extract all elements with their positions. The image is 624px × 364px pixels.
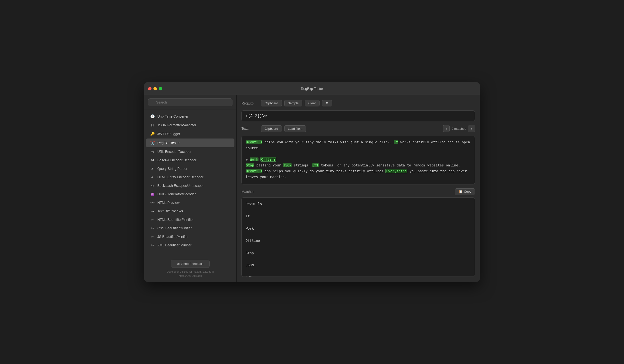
search-input[interactable] xyxy=(148,98,233,106)
matches-label: Matches: xyxy=(241,190,255,194)
sample-label: Sample xyxy=(288,101,299,105)
match-it: It xyxy=(394,140,398,144)
match-item: It xyxy=(246,213,471,219)
text-clipboard-label: Clipboard xyxy=(264,127,278,130)
sidebar-item-base64[interactable]: 64 Base64 Encoder/Decoder xyxy=(146,156,234,164)
sidebar-item-label: HTML Entity Encoder/Decoder xyxy=(157,175,203,179)
sidebar-item-label: HTML Preview xyxy=(157,201,180,205)
text-label: Text: xyxy=(241,127,259,130)
sidebar-item-label: Text Diff Checker xyxy=(157,209,183,213)
version-text: Developer Utilities for macOS 1.5.0 (34) xyxy=(167,270,214,274)
sidebar-item-xml-beautifier[interactable]: ✂ XML Beautifier/Minifier xyxy=(146,241,234,249)
js-beautifier-icon: ✂ xyxy=(150,235,155,239)
app-window: RegExp Tester 🔍 🕐 Unix Time Converter {}… xyxy=(144,82,480,282)
url-text: https://DevUtils.app xyxy=(167,274,214,278)
load-file-label: Load file... xyxy=(288,127,303,130)
sample-button[interactable]: Sample xyxy=(284,100,302,106)
sidebar-item-html-beautifier[interactable]: ✂ HTML Beautifier/Minifier xyxy=(146,216,234,224)
sidebar-item-unix-time[interactable]: 🕐 Unix Time Converter xyxy=(146,112,234,121)
regexp-label: RegExp: xyxy=(241,101,259,105)
clipboard-label: Clipboard xyxy=(264,101,278,105)
sidebar-item-backslash[interactable]: \n Backslash Escaper/Unescaper xyxy=(146,182,234,190)
match-item: Stop xyxy=(246,250,471,256)
match-item: Offline xyxy=(246,238,471,244)
copy-button[interactable]: 📋 Copy xyxy=(455,188,475,195)
main-panel: RegExp: Clipboard Sample Clear ⚙ xyxy=(237,95,480,282)
matches-content: DevUtils It Work Offline Stop JSON JWT D… xyxy=(241,197,475,277)
main-content: 🔍 🕐 Unix Time Converter {} JSON Formatte… xyxy=(144,95,480,282)
sidebar-footer: ✉ Send Feedback Developer Utilities for … xyxy=(144,256,236,282)
feedback-label: Send Feedback xyxy=(181,262,203,266)
match-item: Work xyxy=(246,225,471,232)
settings-button[interactable]: ⚙ xyxy=(322,100,332,106)
regex-input-container xyxy=(241,110,475,121)
unix-time-icon: 🕐 xyxy=(150,114,155,119)
sidebar-item-label: Backslash Escaper/Unescaper xyxy=(157,184,204,188)
sidebar-item-text-diff[interactable]: ⇥ Text Diff Checker xyxy=(146,207,234,215)
match-item: JSON xyxy=(246,262,471,268)
nav-list: 🕐 Unix Time Converter {} JSON Formatter/… xyxy=(144,110,236,256)
html-entity-icon: #: xyxy=(150,176,155,179)
version-info: Developer Utilities for macOS 1.5.0 (34)… xyxy=(167,270,214,278)
sidebar-item-query-string[interactable]: & Query String Parser xyxy=(146,165,234,173)
match-jwt: JWT xyxy=(312,163,319,167)
clear-label: Clear xyxy=(308,101,316,105)
match-counter: ‹ 9 matches › xyxy=(443,125,475,132)
gear-icon: ⚙ xyxy=(326,101,329,105)
close-button[interactable] xyxy=(148,87,152,90)
sidebar-item-label: JWT Debugger xyxy=(157,132,180,136)
clear-button[interactable]: Clear xyxy=(305,100,319,106)
match-count: 9 matches xyxy=(452,127,466,130)
maximize-button[interactable] xyxy=(159,87,162,90)
sidebar-item-label: Base64 Encoder/Decoder xyxy=(157,158,196,162)
regex-input[interactable] xyxy=(246,114,471,118)
minimize-button[interactable] xyxy=(154,87,157,90)
match-item: DevUtils xyxy=(246,201,471,207)
text-content: DevUtils helps you with your tiny daily … xyxy=(246,140,471,180)
url-icon: % xyxy=(150,150,155,154)
sidebar-item-label: JSON Formatter/Validator xyxy=(157,123,196,127)
base64-icon: 64 xyxy=(150,159,155,162)
match-devutils-1: DevUtils xyxy=(246,140,262,144)
sidebar-item-json-formatter[interactable]: {} JSON Formatter/Validator xyxy=(146,121,234,129)
sidebar-item-label: XML Beautifier/Minifier xyxy=(157,243,191,247)
query-icon: & xyxy=(150,167,155,170)
sidebar-item-html-preview[interactable]: </> HTML Preview xyxy=(146,198,234,207)
send-feedback-button[interactable]: ✉ Send Feedback xyxy=(171,260,209,268)
sidebar-item-label: UUID Generator/Decoder xyxy=(157,192,196,196)
sidebar-item-uuid[interactable]: 🆔 UUID Generator/Decoder xyxy=(146,190,234,198)
sidebar-item-url-encoder[interactable]: % URL Encoder/Decoder xyxy=(146,147,234,156)
match-offline: Offline xyxy=(260,157,276,162)
jwt-icon: 🔑 xyxy=(150,132,155,136)
search-container: 🔍 xyxy=(144,95,236,110)
uuid-icon: 🆔 xyxy=(150,193,155,196)
sidebar-item-css-beautifier[interactable]: ✂ CSS Beautifier/Minifier xyxy=(146,224,234,232)
sidebar-item-label: JS Beautifier/Minifier xyxy=(157,235,188,239)
match-devutils-2: DevUtils xyxy=(246,169,262,173)
regexp-row: RegExp: Clipboard Sample Clear ⚙ xyxy=(241,100,475,106)
copy-label: Copy xyxy=(464,190,471,194)
copy-icon: 📋 xyxy=(459,190,463,194)
sidebar-item-html-entity[interactable]: #: HTML Entity Encoder/Decoder xyxy=(146,173,234,181)
traffic-lights xyxy=(148,87,162,90)
sidebar-item-js-beautifier[interactable]: ✂ JS Beautifier/Minifier xyxy=(146,233,234,241)
match-json: JSON xyxy=(283,163,292,167)
text-area[interactable]: DevUtils helps you with your tiny daily … xyxy=(241,136,475,184)
regexp-clipboard-button[interactable]: Clipboard xyxy=(261,100,282,106)
sidebar-item-label: CSS Beautifier/Minifier xyxy=(157,226,192,230)
json-icon: {} xyxy=(150,123,155,127)
sidebar-item-label: Unix Time Converter xyxy=(157,115,188,118)
sidebar-item-regexp-tester[interactable]: ✂️ RegExp Tester xyxy=(146,139,234,147)
sidebar: 🔍 🕐 Unix Time Converter {} JSON Formatte… xyxy=(144,95,237,282)
regexp-icon: ✂️ xyxy=(150,141,155,145)
text-clipboard-button[interactable]: Clipboard xyxy=(261,125,282,132)
sidebar-item-jwt-debugger[interactable]: 🔑 JWT Debugger xyxy=(146,129,234,138)
match-work: Work xyxy=(250,157,259,161)
next-match-button[interactable]: › xyxy=(468,125,475,132)
html-beautifier-icon: ✂ xyxy=(150,218,155,222)
backslash-icon: \n xyxy=(150,184,155,187)
sidebar-item-label: URL Encoder/Decoder xyxy=(157,150,191,154)
load-file-button[interactable]: Load file... xyxy=(284,125,306,132)
css-beautifier-icon: ✂ xyxy=(150,226,155,230)
prev-match-button[interactable]: ‹ xyxy=(443,125,450,132)
